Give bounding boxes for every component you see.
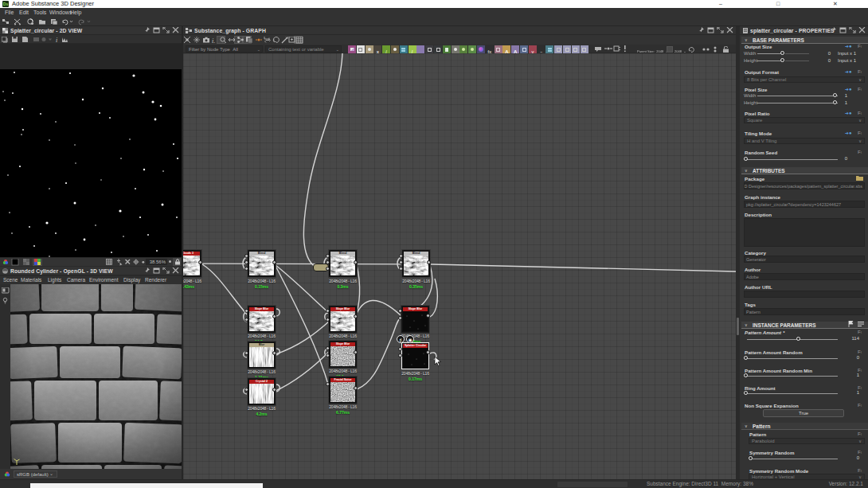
svg-text:i: i [56,37,57,43]
svg-text:i.: i. [212,37,215,45]
